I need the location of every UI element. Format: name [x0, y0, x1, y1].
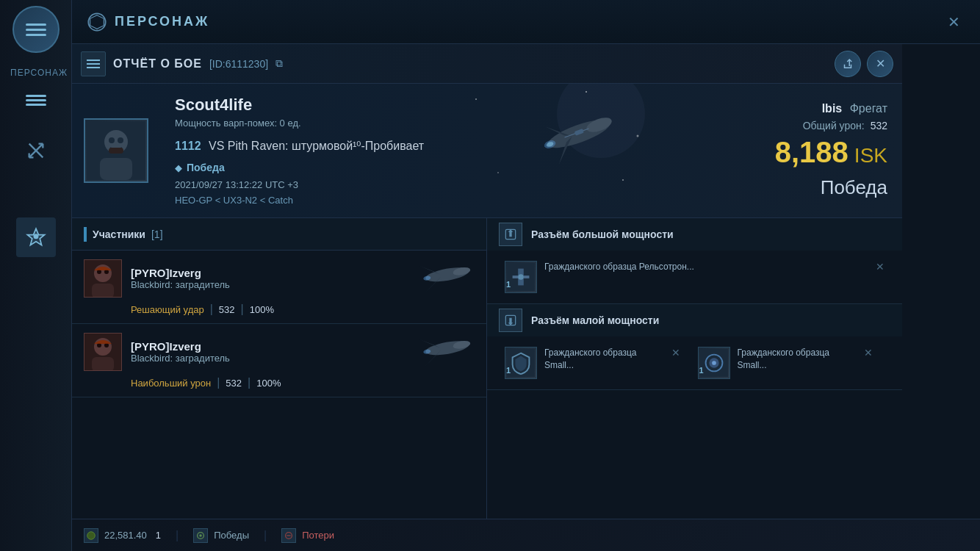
isk-label: ISK — [854, 144, 887, 168]
blackbird-ship-2 — [408, 331, 475, 372]
sidebar-shield-icon[interactable] — [16, 217, 56, 257]
svg-point-67 — [199, 534, 202, 537]
participant-name-2: [PYRO]Izverg — [131, 340, 400, 353]
bottom-losses-stat: Потери — [281, 528, 334, 543]
bottom-wins-stat: Победы — [193, 528, 249, 543]
high-slot-title: Разъём большой мощности — [531, 228, 674, 240]
participants-bar-accent — [84, 227, 87, 242]
participant-damage-2: 532 — [226, 378, 242, 389]
low-slot-header: Разъём малой мощности — [487, 304, 902, 336]
ship-class: Фрегат — [850, 102, 887, 115]
participant-ship-img-1 — [408, 258, 475, 298]
participant-avatar-2 — [84, 333, 122, 371]
svg-point-8 — [33, 234, 38, 239]
svg-rect-34 — [92, 284, 114, 297]
high-slot-icon — [499, 223, 522, 246]
blackbird-ship-1 — [408, 258, 475, 298]
participant-item-2[interactable]: [PYRO]Izverg Blackbird: заградитель — [72, 324, 486, 397]
bottom-amount-value: 22,581.40 — [104, 530, 147, 541]
high-slot-items: 1 Гражданского образца Рельсотрон... — [487, 251, 902, 303]
high-slot-name-1: Гражданского образца Рельсотрон... — [544, 261, 868, 273]
svg-point-56 — [518, 274, 524, 280]
bottom-amount-stat: 22,581.40 1 — [84, 528, 161, 543]
participant-bottom-1: Решающий удар | 532 | 100% — [84, 303, 475, 316]
railgun-icon — [507, 263, 535, 291]
br-header-actions: ✕ — [835, 51, 893, 77]
shield-module-icon — [507, 349, 535, 377]
character-header: ПЕРСОНАЖ ✕ — [72, 0, 980, 44]
low-slot-icon — [499, 309, 522, 332]
player-avatar — [84, 118, 148, 183]
svg-point-62 — [712, 361, 716, 365]
sidebar-character-label: ПЕРСОНАЖ — [10, 68, 68, 78]
player-avatar-area — [72, 84, 160, 217]
br-stats: Ibis Фрегат Общий урон: 532 8,188 ISK По… — [682, 84, 902, 217]
main-content: ОТЧЁТ О БОЕ [ID:6111230] ⧉ ✕ — [72, 44, 980, 551]
br-close-icon: ✕ — [876, 57, 885, 71]
low-slot-close-1[interactable]: ✕ — [671, 347, 680, 359]
svg-point-9 — [88, 13, 105, 30]
participant-item-1[interactable]: [PYRO]Izverg Blackbird: заградитель — [72, 251, 486, 324]
character-close-button[interactable]: ✕ — [942, 10, 965, 34]
total-damage-value: 532 — [871, 120, 887, 132]
low-slot-items: 1 Гражданского образца Small... ✕ — [487, 336, 902, 389]
swords-icon — [26, 140, 46, 161]
svg-point-27 — [475, 98, 477, 100]
losses-icon — [281, 528, 296, 543]
character-header-icon — [87, 12, 107, 32]
low-slot-title: Разъём малой мощности — [531, 314, 659, 326]
low-slot-name-1: Гражданского образца Small... — [544, 347, 664, 372]
low-slot-item-2: 1 Гражданского образца Small... — [689, 341, 882, 385]
participant-damage-1: 532 — [219, 304, 235, 315]
participant-avatar-1 — [84, 259, 122, 298]
participant-name-1: [PYRO]Izverg — [131, 267, 400, 279]
ship-area — [447, 84, 667, 217]
modules-panel: Разъём большой мощности 1 — [487, 218, 902, 551]
export-icon — [841, 57, 854, 71]
battle-report-panel: ОТЧЁТ О БОЕ [ID:6111230] ⧉ ✕ — [72, 44, 902, 551]
svg-rect-17 — [109, 148, 123, 154]
damage-row: Общий урон: 532 — [803, 120, 887, 132]
br-export-button[interactable] — [835, 51, 861, 77]
star-badge-icon — [26, 227, 46, 248]
high-slot-header: Разъём большой мощности — [487, 218, 902, 251]
participant-top-2: [PYRO]Izverg Blackbird: заградитель — [84, 331, 475, 372]
high-slot-close-1[interactable]: ✕ — [876, 261, 884, 273]
low-slot-count-1: 1 — [506, 366, 511, 375]
svg-point-28 — [637, 135, 639, 137]
svg-point-16 — [118, 137, 123, 143]
svg-rect-44 — [92, 357, 114, 370]
capacitor-icon — [700, 349, 728, 377]
low-slot-svg — [503, 313, 518, 328]
high-slot-svg — [503, 227, 518, 242]
hamburger-button[interactable] — [12, 6, 60, 53]
victory-icon: ◆ — [175, 162, 182, 173]
sidebar-combat-icon[interactable] — [16, 131, 56, 170]
bottom-count: 1 — [156, 530, 161, 541]
low-slot-close-2[interactable]: ✕ — [864, 347, 873, 359]
ship-name: Ibis — [822, 102, 843, 115]
br-copy-icon[interactable]: ⧉ — [275, 57, 283, 70]
br-menu-button[interactable] — [81, 51, 106, 76]
wins-icon — [193, 528, 208, 543]
bottom-bar: 22,581.40 1 | Победы | Потери — [72, 519, 980, 551]
isk-amount: 8,188 — [775, 136, 849, 169]
br-bottom: Участники [1] — [72, 218, 902, 551]
low-slot-count-2: 1 — [699, 366, 704, 375]
vs-text: VS Pith Raven: штурмовой¹⁰-Пробивает — [209, 140, 424, 152]
sidebar-menu-button[interactable] — [16, 87, 56, 113]
participants-count: [1] — [151, 228, 163, 240]
victory-result: Победа — [821, 176, 887, 199]
participants-title: Участники — [93, 228, 145, 240]
high-slot-item-1: 1 Гражданского образца Рельсотрон... — [496, 255, 893, 299]
svg-point-30 — [497, 172, 499, 173]
participant-info-2: [PYRO]Izverg Blackbird: заградитель — [131, 340, 400, 364]
character-header-title: ПЕРСОНАЖ — [115, 14, 209, 29]
br-close-button[interactable]: ✕ — [867, 51, 893, 77]
participant-top-1: [PYRO]Izverg Blackbird: заградитель — [84, 258, 475, 298]
br-title: ОТЧЁТ О БОЕ — [113, 57, 202, 71]
low-slot-item-1: 1 Гражданского образца Small... ✕ — [496, 341, 689, 385]
bottom-losses-label: Потери — [302, 530, 334, 541]
isk-bottom-icon — [84, 528, 98, 543]
svg-marker-10 — [90, 15, 104, 29]
